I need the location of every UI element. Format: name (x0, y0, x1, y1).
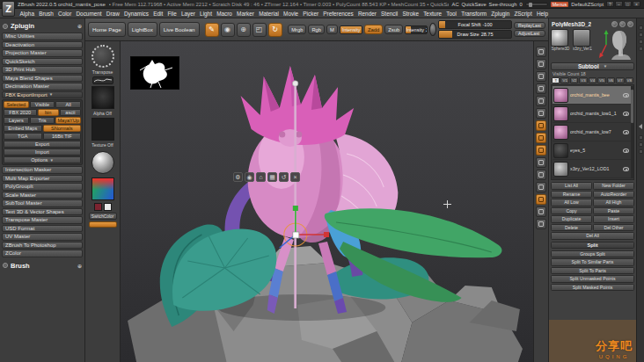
tray-edge-icon[interactable] (639, 135, 643, 140)
menu-item[interactable]: Edit (151, 11, 165, 17)
menu-item[interactable]: Layer (179, 11, 197, 17)
rotate-icon[interactable]: ↻ (268, 23, 282, 37)
zplugin-item[interactable]: Maya Blend Shapes (2, 75, 83, 83)
home-page-button[interactable]: Home Page (88, 22, 126, 37)
menu-item[interactable]: Dynamics (121, 11, 150, 17)
z-intensity-slider[interactable]: Z Intensity25 (405, 25, 428, 34)
menu-item[interactable]: Macro (215, 11, 235, 17)
menu-item[interactable]: File (165, 11, 179, 17)
solo-mode-icon[interactable] (536, 96, 546, 106)
tool-thumbnail-mesh[interactable] (573, 29, 590, 47)
tray-edge-icon[interactable] (639, 149, 643, 154)
menu-item[interactable]: Render (355, 11, 378, 17)
see-through-slider[interactable] (525, 3, 548, 6)
actual-size-icon[interactable] (536, 206, 546, 217)
subtool-button[interactable]: All Low (551, 199, 592, 206)
zplugin-item[interactable]: UV Master (2, 233, 83, 241)
visibility-set-tab[interactable]: V6 (607, 77, 615, 83)
gizmo-switch-icon[interactable]: × (290, 172, 300, 182)
palette-dock-circle-icon[interactable] (619, 21, 626, 27)
subtool-item[interactable]: x3zy_Ver12_LOD1 (553, 160, 633, 178)
draw-size-slider[interactable]: Draw Size28.75 (438, 30, 512, 39)
fbx-embed-maps-button[interactable]: Embed Maps (4, 125, 42, 132)
palette-dock-circle-icon[interactable] (627, 21, 633, 27)
xpose-icon[interactable] (536, 108, 546, 119)
visibility-set-tab[interactable]: V4 (589, 77, 596, 83)
brush-palette-header[interactable]: Brush ⊕ (2, 260, 83, 272)
color-picker[interactable] (91, 177, 114, 200)
visibility-eye-icon[interactable] (623, 93, 629, 98)
bpr-render-icon[interactable] (536, 47, 546, 57)
scale-icon[interactable]: ◰ (252, 23, 267, 37)
fbx-tris-button[interactable]: Tris (30, 117, 55, 124)
subtool-section-header[interactable]: Subtool ▼ (551, 62, 634, 70)
menu-item[interactable]: Color (55, 11, 73, 17)
tray-edge-icon[interactable] (639, 25, 643, 30)
mesh-center-icon[interactable]: ▦ (267, 172, 277, 182)
window-button[interactable]: – (615, 1, 623, 7)
zplugin-item[interactable]: USD Format (2, 225, 83, 233)
menu-item[interactable]: Texture (421, 11, 444, 17)
gizmo-sticky-icon[interactable]: ◉ (245, 172, 254, 182)
fbx-version-select[interactable]: FBX 2020 (4, 109, 37, 116)
palette-pin-icon[interactable]: ⊕ (77, 23, 82, 29)
main-color-swatch[interactable] (94, 203, 102, 211)
subtool-button[interactable]: All High (593, 199, 634, 206)
ac-toggle[interactable]: AC (452, 2, 459, 7)
subtool-button[interactable]: Del Other (593, 224, 634, 232)
menu-item[interactable]: Marker (234, 11, 256, 17)
alpha-preview-thumbnail[interactable] (130, 56, 179, 90)
menu-item[interactable]: Help (534, 11, 550, 17)
zsub-button[interactable]: Zsub (384, 25, 403, 34)
subtool-button[interactable]: New Folder (593, 182, 634, 190)
split-button[interactable]: Groups Split (551, 250, 634, 258)
fbx-all-button[interactable]: All (55, 101, 81, 108)
menu-item[interactable]: Alpha (18, 11, 37, 17)
window-button[interactable]: × (633, 1, 640, 7)
zplugin-item[interactable]: Text 3D & Vector Shapes (2, 208, 83, 216)
live-boolean-button[interactable]: Live Boolean (159, 22, 200, 37)
menu-item[interactable]: Picker (301, 11, 321, 17)
rgb-intensity-slider[interactable]: Rgb Intensity100 (340, 25, 362, 34)
subtool-button[interactable]: Duplicate (551, 215, 592, 223)
fbx-snormals-button[interactable]: SNormals (43, 125, 82, 132)
subtool-button[interactable]: AutoReorder (593, 191, 634, 199)
fbx-export-button[interactable]: Export (4, 141, 81, 148)
tray-edge-icon[interactable] (639, 33, 643, 37)
visibility-eye-icon[interactable] (623, 167, 629, 171)
palette-pin-icon[interactable]: ⊕ (77, 263, 82, 269)
subtool-button[interactable]: Copy (551, 207, 592, 215)
subtool-scrollbar[interactable] (631, 86, 633, 178)
zplugin-item[interactable]: Multi Map Exporter (2, 175, 83, 183)
subtool-item[interactable]: orchid_mantis_low1_1 (553, 105, 633, 123)
menu-item[interactable]: Draw (104, 11, 121, 17)
zplugin-item[interactable]: Projection Master (2, 49, 83, 57)
zplugin-palette-header[interactable]: Zplugin ⊕ (2, 20, 83, 33)
visibility-set-tab[interactable]: V1 (560, 77, 568, 83)
fbx-tga-button[interactable]: TGA (4, 133, 42, 140)
ghost-transparency-icon[interactable] (536, 83, 546, 94)
split-button[interactable]: Split To Similar Parts (551, 258, 634, 266)
visibility-set-tab[interactable]: V8 (626, 77, 633, 83)
visibility-eye-icon[interactable] (623, 148, 629, 153)
window-button[interactable]: ? (606, 1, 614, 7)
document-viewport[interactable]: ⚙◉⌂▦↺× (121, 41, 533, 362)
highlighted-shelf-button[interactable] (89, 221, 117, 228)
go-home-icon[interactable]: ⌂ (256, 172, 266, 182)
current-tool-preview[interactable] (597, 29, 634, 61)
tray-toggle-icon[interactable] (639, 124, 642, 129)
rgb-button[interactable]: Rgb (308, 25, 325, 34)
alpha-thumbnail[interactable] (91, 86, 114, 109)
menu-item[interactable]: ZScript (512, 11, 534, 17)
split-button[interactable]: Split To Parts (551, 267, 634, 275)
zplugin-item[interactable]: PolyGroupIt (2, 183, 83, 191)
tray-edge-icon[interactable] (639, 47, 643, 51)
zplugin-item[interactable]: Deactivation (2, 41, 83, 49)
fbx-selected-button[interactable]: Selected (4, 101, 29, 108)
menu-item[interactable]: Document (74, 11, 104, 17)
palette-dock-circle-icon[interactable] (611, 21, 618, 27)
reset-orientation-icon[interactable]: ↺ (279, 172, 289, 182)
gizmo-settings-icon[interactable]: ⚙ (233, 172, 243, 182)
perspective-icon[interactable] (536, 120, 546, 131)
fbx-mayayup-button[interactable]: MayaYUp (55, 117, 81, 124)
